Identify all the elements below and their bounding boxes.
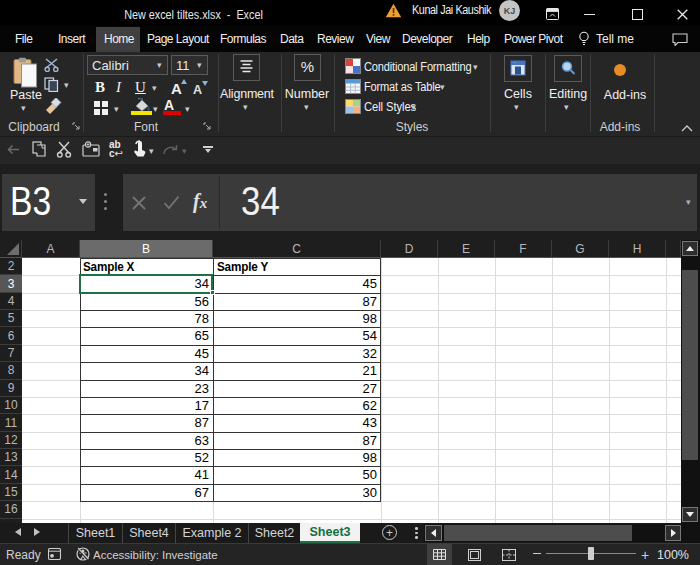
svg-text:···: ···: [513, 61, 517, 65]
